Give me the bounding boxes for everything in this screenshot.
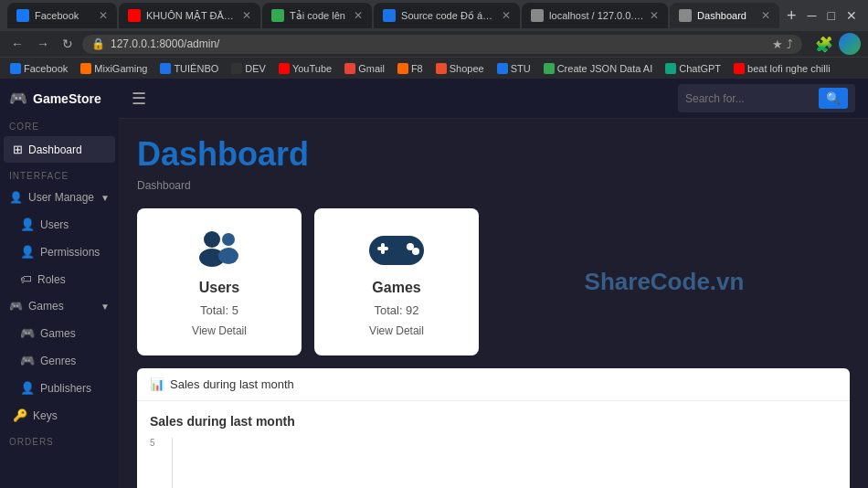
extensions-button[interactable]: 🧩 [815, 36, 833, 53]
tab-close-localhost[interactable]: ✕ [650, 9, 659, 22]
bookmark-lofi[interactable]: beat lofi nghe chilli [729, 61, 835, 76]
sidebar-sub-user-manage: 👤 Users 👤 Permissions 🏷 Roles [0, 211, 119, 292]
tab-close-facebook[interactable]: ✕ [99, 9, 108, 22]
sidebar-group-header-games[interactable]: 🎮 Games ▼ [0, 293, 119, 319]
tab-localhost[interactable]: localhost / 127.0.0.1 / gam... ✕ [522, 3, 668, 28]
sidebar-item-roles[interactable]: 🏷 Roles [11, 266, 115, 292]
chart-bars [172, 438, 837, 488]
minimize-button[interactable]: ─ [804, 8, 820, 23]
share-button[interactable]: ⤴ [787, 37, 793, 51]
bookmark-icon-shopee [436, 63, 447, 74]
games-group-icon: 🎮 [9, 300, 23, 313]
app-layout: 🎮 GameStore CORE ⊞ Dashboard INTERFACE 👤… [0, 79, 868, 488]
bookmark-label-json-ai: Create JSON Data AI [557, 63, 653, 74]
tab-favicon-localhost [531, 9, 544, 22]
bookmark-tuienbo[interactable]: TUIÊNBO [155, 61, 223, 76]
bookmark-icon-mixi [80, 63, 91, 74]
search-button[interactable]: 🔍 [819, 88, 848, 109]
users-icon: 👤 [20, 217, 35, 231]
user-manage-icon: 👤 [9, 191, 23, 204]
hamburger-icon[interactable]: ☰ [132, 89, 146, 109]
keys-icon: 🔑 [13, 408, 27, 422]
tab-close-yt[interactable]: ✕ [242, 9, 251, 22]
bookmark-json-ai[interactable]: Create JSON Data AI [539, 61, 658, 76]
bookmark-mixi[interactable]: MixiGaming [76, 61, 152, 76]
bookmark-label-chatgpt: ChatGPT [679, 63, 721, 74]
tab-bar: Facebook ✕ KHUÔN MẶT ĐĂNG T... ✕ Tải cod… [0, 0, 868, 31]
chart-y-labels: 5 4 [150, 438, 168, 488]
logo-icon: 🎮 [9, 90, 27, 107]
tab-favicon-dashboard [679, 9, 692, 22]
tab-close-taicode[interactable]: ✕ [354, 9, 363, 22]
tab-taicode[interactable]: Tải code lên ✕ [262, 3, 372, 28]
reload-button[interactable]: ↻ [58, 35, 77, 53]
chart-header-label: Sales during last month [170, 377, 294, 391]
bookmark-icon-tuienbo [160, 63, 171, 74]
sidebar-item-label-dashboard: Dashboard [28, 143, 82, 156]
bookmark-label-facebook: Facebook [24, 63, 68, 74]
roles-icon: 🏷 [20, 272, 32, 286]
close-button[interactable]: ✕ [842, 8, 861, 23]
chevron-down-games-icon: ▼ [101, 302, 110, 312]
tab-close-source[interactable]: ✕ [502, 9, 511, 22]
sidebar-item-keys[interactable]: 🔑 Keys [4, 402, 115, 429]
svg-rect-6 [381, 243, 385, 254]
search-input[interactable] [685, 92, 813, 105]
tab-dashboard[interactable]: Dashboard ✕ [670, 3, 779, 28]
sidebar-logo: 🎮 GameStore [0, 79, 119, 114]
tab-close-dashboard[interactable]: ✕ [761, 9, 770, 22]
bookmark-chatgpt[interactable]: ChatGPT [661, 61, 725, 76]
sidebar-item-publishers[interactable]: 👤 Publishers [11, 375, 115, 401]
bookmark-label-dev: DEV [245, 63, 266, 74]
bookmark-icon-json-ai [544, 63, 555, 74]
profile-avatar[interactable] [839, 33, 861, 55]
sidebar-item-users[interactable]: 👤 Users [11, 211, 115, 238]
new-tab-button[interactable]: + [781, 6, 802, 26]
bookmark-stu[interactable]: STU [492, 61, 535, 76]
bookmark-icon-stu [497, 63, 508, 74]
maximize-button[interactable]: □ [824, 8, 839, 23]
main-area: ☰ 🔍 Dashboard Dashboard [119, 79, 868, 488]
back-button[interactable]: ← [7, 35, 27, 53]
bookmark-yt[interactable]: YouTube [274, 61, 336, 76]
sidebar-item-dashboard[interactable]: ⊞ Dashboard [4, 136, 115, 163]
card-games-total: Total: 92 [374, 303, 418, 317]
bookmark-gmail[interactable]: Gmail [340, 61, 389, 76]
bookmark-f8[interactable]: F8 [393, 61, 428, 76]
card-games-link[interactable]: View Detail [369, 324, 424, 337]
sidebar-group-header-user-manage[interactable]: 👤 User Manage ▼ [0, 185, 119, 210]
sidebar-section-core: CORE [0, 114, 119, 135]
bookmark-dev[interactable]: DEV [227, 61, 270, 76]
url-box[interactable]: 🔒 127.0.0.1:8000/admin/ ★ ⤴ [82, 35, 802, 54]
bookmark-shopee[interactable]: Shopee [431, 61, 489, 76]
svg-point-0 [204, 231, 220, 248]
sidebar-sub-games: 🎮 Games 🎮 Genres 👤 Publishers [0, 320, 119, 401]
sidebar-item-genres[interactable]: 🎮 Genres [11, 347, 115, 374]
star-button[interactable]: ★ [772, 37, 783, 51]
card-users: Users Total: 5 View Detail [137, 208, 302, 355]
card-users-link[interactable]: View Detail [192, 324, 247, 337]
bookmark-icon-yt [279, 63, 290, 74]
bookmark-label-tuienbo: TUIÊNBO [174, 63, 218, 74]
tab-yt[interactable]: KHUÔN MẶT ĐĂNG T... ✕ [119, 3, 260, 28]
forward-button[interactable]: → [33, 35, 53, 53]
tab-controls: ─ □ ✕ [804, 8, 861, 23]
sidebar-item-games-sub[interactable]: 🎮 Games [11, 320, 115, 346]
cards-section: Users Total: 5 View Detail [137, 208, 479, 355]
sidebar-item-label-users: Users [40, 218, 69, 231]
bookmark-facebook[interactable]: Facebook [5, 61, 72, 76]
games-sub-icon: 🎮 [20, 326, 35, 340]
sidebar-item-label-roles: Roles [37, 273, 66, 286]
address-actions: ★ ⤴ [772, 37, 793, 51]
tab-source[interactable]: Source code Đồ án Websi... ✕ [374, 3, 520, 28]
tab-facebook[interactable]: Facebook ✕ [7, 3, 117, 28]
bookmark-label-mixi: MixiGaming [94, 63, 147, 74]
tab-label-localhost: localhost / 127.0.0.1 / gam... [549, 10, 644, 21]
bookmark-icon-chatgpt [665, 63, 676, 74]
sidebar-item-permissions[interactable]: 👤 Permissions [11, 239, 115, 265]
address-bar: ← → ↻ 🔒 127.0.0.1:8000/admin/ ★ ⤴ 🧩 [0, 31, 868, 57]
bookmarks-bar: Facebook MixiGaming TUIÊNBO DEV YouTube … [0, 57, 868, 79]
sidebar-section-orders: ORDERS [0, 430, 119, 451]
browser-chrome: Facebook ✕ KHUÔN MẶT ĐĂNG T... ✕ Tải cod… [0, 0, 868, 57]
chart-body: Sales during last month 5 4 [137, 401, 850, 488]
